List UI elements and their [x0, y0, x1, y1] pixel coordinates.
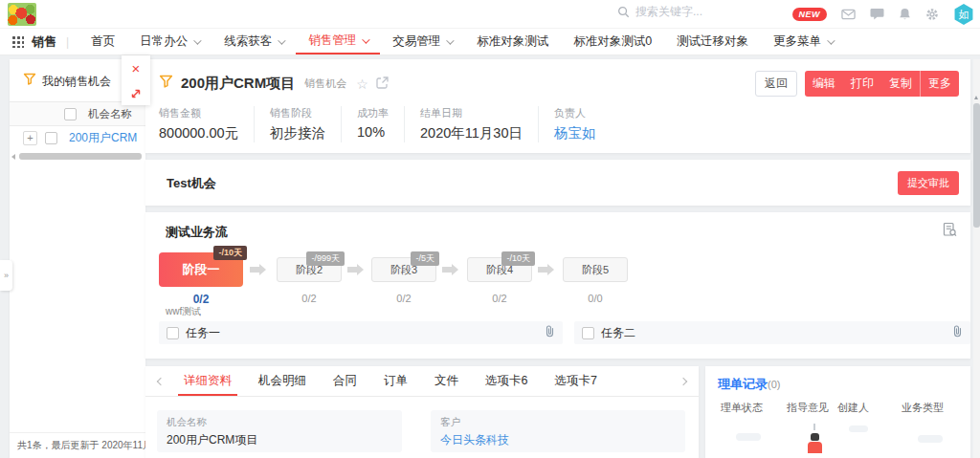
paperclip-icon[interactable] [952, 324, 963, 341]
flow-arrow-icon [442, 267, 452, 273]
funnel-icon [159, 75, 173, 93]
table-row[interactable]: + 200用户CRM [10, 126, 145, 149]
nav-divider: | [66, 35, 69, 49]
app-name[interactable]: 销售 [32, 33, 56, 51]
print-button[interactable]: 打印 [843, 71, 881, 97]
edit-button[interactable]: 编辑 [805, 71, 843, 97]
tab-opportunity-items[interactable]: 机会明细 [245, 366, 320, 396]
nav-item-migrate-object-test[interactable]: 测试迁移对象 [664, 29, 761, 55]
scroll-left-icon[interactable] [11, 154, 15, 160]
chevron-down-icon [278, 36, 285, 44]
nav-item-more-menu[interactable]: 更多菜单 [761, 29, 845, 55]
share-icon[interactable] [376, 76, 389, 93]
owner-link[interactable]: 杨宝如 [554, 124, 596, 142]
scrollbar-thumb[interactable] [19, 153, 142, 160]
stage-progress: 0/0 [563, 293, 628, 304]
action-button-group: 编辑 打印 复制 更多 [805, 71, 959, 97]
records-column-biz-type: 业务类型 [902, 401, 944, 415]
stage-progress: 0/2 [467, 293, 532, 304]
expand-row-button[interactable]: + [23, 131, 37, 145]
more-button[interactable]: 更多 [920, 71, 959, 97]
global-search[interactable] [617, 5, 779, 18]
stage-duration-badge: -/999天 [306, 251, 345, 266]
expand-diagonal-icon[interactable] [130, 88, 142, 99]
tab-contracts[interactable]: 合同 [320, 366, 370, 396]
field-owner: 负责人 杨宝如 [538, 106, 612, 142]
gear-icon[interactable] [925, 8, 939, 21]
opportunity-link[interactable]: 200用户CRM [69, 130, 137, 146]
column-header[interactable]: 机会名称 [88, 107, 132, 121]
stage-duration-badge: -/5天 [411, 251, 439, 266]
records-column-creator: 创建人 [837, 401, 902, 415]
scrollbar-thumb[interactable] [973, 103, 980, 228]
stage-progress: 0/2 [277, 293, 342, 304]
page-title: 200用户CRM项目 [181, 75, 295, 93]
stage-1[interactable]: 阶段一 -/10天 [159, 252, 243, 287]
search-icon [617, 6, 630, 18]
tabs-scroll-right[interactable] [674, 366, 693, 396]
task-item[interactable]: 任务二 [574, 321, 970, 344]
bell-icon[interactable] [899, 8, 911, 21]
object-type-label: 销售机会 [304, 76, 346, 91]
stage-duration-badge: -/10天 [213, 246, 247, 260]
chevron-down-icon [362, 35, 369, 43]
tab-detail-info[interactable]: 详细资料 [170, 366, 245, 396]
field-sales-amount: 销售金额 800000.00元 [159, 106, 254, 142]
close-icon[interactable]: × [132, 61, 141, 76]
opportunity-list-panel: 我的销售机会 机会名称 + 200用户CRM 共1条，最后更新于 2020年11… [10, 59, 145, 458]
back-button[interactable]: 返回 [755, 71, 797, 97]
star-icon[interactable]: ☆ [356, 76, 368, 92]
stage-progress: 0/2 [371, 293, 436, 304]
vertical-scrollbar[interactable] [973, 59, 980, 458]
stage-3[interactable]: 阶段3 -/5天 [371, 257, 436, 282]
task-checkbox[interactable] [167, 327, 179, 339]
field-close-date: 结单日期 2020年11月30日 [404, 106, 538, 142]
panel-float-tools: × [122, 55, 150, 105]
scroll-up-icon[interactable] [974, 96, 978, 99]
apps-grid-icon[interactable] [11, 35, 24, 48]
tabs-scroll-left[interactable] [151, 366, 170, 396]
chevron-down-icon [193, 36, 201, 44]
nav-item-std-object-test[interactable]: 标准对象测试 [464, 29, 561, 55]
copy-button[interactable]: 复制 [881, 71, 920, 97]
horizontal-scrollbar[interactable] [10, 153, 145, 161]
detail-tabs-section: 详细资料 机会明细 合同 订单 文件 选项卡6 选项卡7 机会名称 200用户C… [145, 366, 699, 458]
funnel-icon [23, 73, 36, 90]
tab-custom-6[interactable]: 选项卡6 [472, 366, 541, 396]
submit-approval-button[interactable]: 提交审批 [898, 171, 959, 195]
stage-4[interactable]: 阶段4 -/10天 [467, 257, 532, 282]
search-input[interactable] [635, 5, 779, 18]
company-logo[interactable] [8, 3, 36, 26]
nav-item-home[interactable]: 首页 [78, 29, 127, 55]
chat-icon[interactable] [870, 8, 884, 21]
approval-title: Test机会 [167, 175, 216, 192]
nav-item-trade-mgmt[interactable]: 交易管理 [380, 29, 464, 55]
stage-progress[interactable]: 0/2 [159, 293, 243, 306]
tab-files[interactable]: 文件 [421, 366, 472, 396]
tab-orders[interactable]: 订单 [370, 366, 421, 396]
task-item[interactable]: 任务一 [159, 321, 563, 344]
user-avatar[interactable]: 如 [953, 4, 974, 25]
mail-icon[interactable] [841, 9, 856, 20]
paperclip-icon[interactable] [545, 324, 555, 341]
stage-2[interactable]: 阶段2 -/999天 [277, 257, 342, 282]
flow-arrow-icon [538, 267, 547, 273]
new-badge: NEW [792, 8, 828, 21]
list-view-title[interactable]: 我的销售机会 [42, 74, 111, 90]
nav-item-std-object-test0[interactable]: 标准对象测试0 [561, 29, 664, 55]
nav-item-sales-mgmt[interactable]: 销售管理 [296, 29, 380, 55]
row-checkbox[interactable] [45, 132, 57, 144]
task-checkbox[interactable] [582, 327, 594, 339]
customer-link[interactable]: 今日头条科技 [440, 432, 676, 448]
tab-custom-7[interactable]: 选项卡7 [541, 366, 610, 396]
flow-arrow-icon [250, 267, 259, 273]
chevron-down-icon [827, 36, 835, 44]
nav-item-daily-office[interactable]: 日常办公 [127, 29, 212, 55]
select-all-checkbox[interactable] [64, 108, 77, 120]
records-title[interactable]: 理单记录(0) [718, 376, 780, 393]
document-search-icon[interactable] [943, 222, 957, 241]
nav-item-leads[interactable]: 线索获客 [212, 29, 296, 55]
sidebar-collapse-handle[interactable]: » [0, 260, 12, 291]
workflow-title: 测试业务流 [166, 224, 228, 241]
stage-5[interactable]: 阶段5 [563, 257, 628, 282]
